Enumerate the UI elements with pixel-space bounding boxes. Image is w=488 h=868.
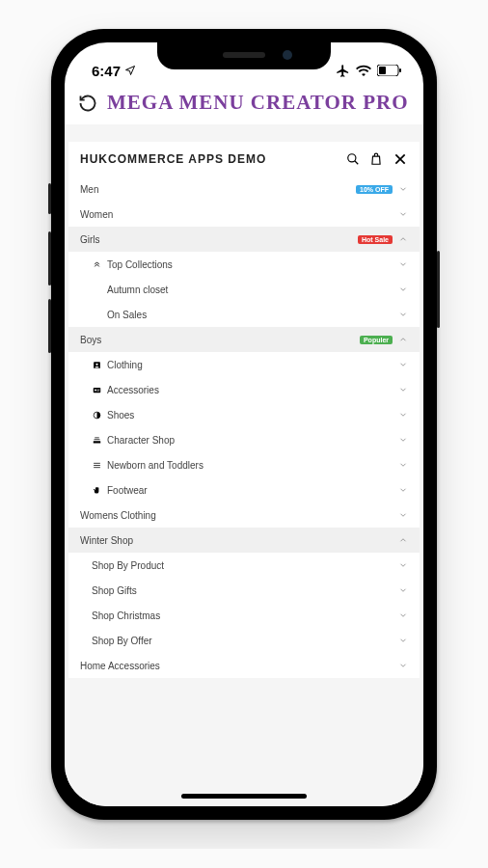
svg-line-4	[355, 161, 359, 165]
content-area: HUKCOMMERCE APPS DEMO Men 10% OFF	[65, 124, 423, 806]
submenu-label: Shop By Offer	[92, 636, 393, 646]
chevron-down-icon	[398, 209, 408, 219]
chevron-down-icon	[398, 560, 408, 570]
svg-rect-14	[95, 437, 99, 438]
submenu-label: Shop By Product	[92, 560, 393, 571]
submenu-shoes[interactable]: Shoes	[68, 402, 420, 427]
menu-item-womens-clothing[interactable]: Womens Clothing	[68, 502, 420, 528]
menu-item-home-accessories[interactable]: Home Accessories	[68, 653, 420, 678]
svg-rect-12	[96, 390, 98, 391]
svg-rect-9	[93, 387, 100, 392]
svg-rect-19	[94, 467, 100, 468]
submenu-label: Newborn and Toddlers	[107, 460, 393, 471]
contrast-icon	[92, 411, 101, 420]
submenu-top-collections[interactable]: Top Collections	[68, 252, 420, 277]
chevron-down-icon	[398, 385, 408, 394]
chevron-down-icon	[398, 259, 408, 269]
hand-icon	[92, 486, 101, 495]
chevron-down-icon	[398, 184, 408, 194]
chevron-down-icon	[398, 360, 408, 369]
chevron-down-icon	[398, 460, 408, 470]
chevron-up-icon	[398, 335, 408, 344]
chevron-up-icon	[398, 234, 408, 244]
card-icon	[92, 386, 101, 394]
site-title: HUKCOMMERCE APPS DEMO	[80, 152, 266, 166]
svg-point-10	[95, 389, 96, 391]
chevron-down-icon	[398, 610, 408, 620]
airplane-icon	[336, 64, 350, 78]
menu-item-boys[interactable]: Boys Populer	[68, 327, 420, 352]
chevron-down-icon	[398, 485, 408, 495]
menu-label: Men	[80, 184, 350, 195]
submenu-on-sales[interactable]: On Sales	[68, 302, 420, 327]
submenu-clothing[interactable]: Clothing	[68, 352, 420, 377]
submenu-shop-gifts[interactable]: Shop Gifts	[68, 578, 420, 603]
chevron-down-icon	[398, 310, 408, 319]
badge-popular: Populer	[360, 336, 393, 344]
submenu-label: Top Collections	[107, 259, 393, 270]
chevron-down-icon	[398, 661, 408, 670]
volume-down	[48, 299, 51, 353]
submenu-shop-christmas[interactable]: Shop Christmas	[68, 603, 420, 628]
battery-icon	[377, 65, 402, 76]
svg-rect-2	[399, 68, 401, 72]
menu-label: Winter Shop	[80, 535, 393, 546]
volume-up	[48, 231, 51, 285]
chevron-down-icon	[398, 636, 408, 645]
person-card-icon	[92, 361, 101, 369]
menu-item-women[interactable]: Women	[68, 202, 420, 227]
status-time: 6:47	[92, 63, 121, 79]
search-icon[interactable]	[346, 152, 360, 166]
submenu-label: Character Shop	[107, 435, 393, 446]
svg-rect-1	[379, 67, 386, 74]
badge-hot-sale: Hot Sale	[358, 235, 393, 244]
submenu-label: Shop Christmas	[92, 610, 393, 621]
location-icon	[124, 65, 136, 76]
menu-item-men[interactable]: Men 10% OFF	[68, 176, 420, 202]
svg-rect-11	[96, 389, 99, 390]
site-header: HUKCOMMERCE APPS DEMO	[68, 142, 420, 176]
refresh-icon[interactable]	[78, 94, 97, 113]
svg-rect-16	[93, 441, 100, 443]
chevron-down-icon	[398, 585, 408, 595]
bag-icon[interactable]	[369, 152, 383, 166]
phone-frame: 6:47 MEGA MENU CREATOR PRO HUKCOMMER	[51, 29, 437, 820]
submenu-label: Autumn closet	[107, 285, 393, 295]
double-chevron-up-icon	[92, 260, 101, 269]
chevron-down-icon	[398, 285, 408, 294]
app-bar: MEGA MENU CREATOR PRO	[65, 85, 423, 124]
power-button	[437, 251, 440, 328]
layers-icon	[92, 436, 101, 445]
submenu-autumn-closet[interactable]: Autumn closet	[68, 277, 420, 302]
menu-label: Women	[80, 209, 393, 220]
mute-switch	[48, 183, 51, 214]
svg-point-8	[95, 363, 97, 365]
chevron-down-icon	[398, 410, 408, 420]
menu-label: Girls	[80, 234, 352, 245]
chevron-up-icon	[398, 535, 408, 545]
submenu-label: Accessories	[107, 385, 393, 395]
submenu-label: On Sales	[107, 310, 393, 320]
submenu-newborn-toddlers[interactable]: Newborn and Toddlers	[68, 452, 420, 477]
submenu-label: Shop Gifts	[92, 585, 393, 596]
menu-label: Boys	[80, 335, 354, 345]
submenu-label: Shoes	[107, 410, 393, 420]
badge-discount: 10% OFF	[356, 185, 393, 194]
menu-item-winter-shop[interactable]: Winter Shop	[68, 528, 420, 553]
submenu-accessories[interactable]: Accessories	[68, 377, 420, 402]
submenu-character-shop[interactable]: Character Shop	[68, 427, 420, 452]
close-icon[interactable]	[393, 151, 408, 167]
svg-rect-17	[94, 462, 100, 463]
submenu-shop-by-product[interactable]: Shop By Product	[68, 553, 420, 578]
submenu-footwear[interactable]: Footwear	[68, 477, 420, 502]
svg-rect-15	[94, 439, 99, 440]
list-icon	[92, 461, 101, 470]
phone-notch	[157, 42, 331, 69]
menu-label: Womens Clothing	[80, 510, 393, 521]
home-indicator[interactable]	[181, 794, 307, 799]
submenu-shop-by-offer[interactable]: Shop By Offer	[68, 628, 420, 653]
chevron-down-icon	[398, 435, 408, 445]
menu-label: Home Accessories	[80, 661, 393, 671]
menu-item-girls[interactable]: Girls Hot Sale	[68, 227, 420, 252]
submenu-label: Footwear	[107, 485, 393, 496]
